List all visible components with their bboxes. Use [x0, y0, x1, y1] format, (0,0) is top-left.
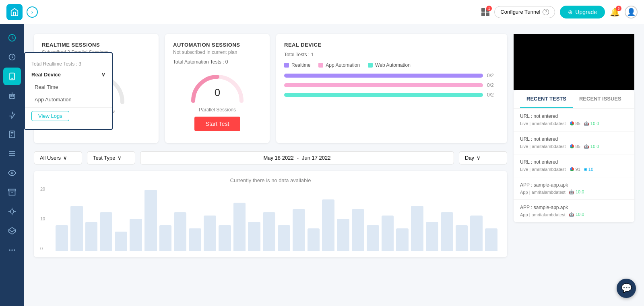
- users-filter[interactable]: All Users ∨: [34, 151, 82, 164]
- recent-item-url: URL : not entered: [520, 113, 628, 119]
- recent-item: APP : sample-app.apk App | amritalambdat…: [514, 200, 634, 222]
- date-separator: -: [297, 155, 299, 161]
- dropdown-title[interactable]: Real Device ∨: [25, 70, 112, 81]
- svg-point-23: [9, 249, 10, 251]
- automation-parallel-label: Parallel Sessions: [173, 107, 262, 113]
- svg-point-6: [12, 96, 14, 97]
- recent-item-url: URL : not entered: [520, 136, 628, 142]
- upgrade-label: Upgrade: [575, 9, 597, 15]
- realdevice-title: REAL DEVICE: [284, 42, 499, 48]
- recent-section: RECENT TESTS RECENT ISSUES URL : not ent…: [514, 90, 634, 222]
- chart-bar: [456, 225, 468, 251]
- svg-rect-4: [9, 94, 14, 99]
- chart-bar: [189, 228, 201, 251]
- sidebar-item-bug[interactable]: [3, 203, 21, 220]
- upgrade-button[interactable]: ⊕ Upgrade: [560, 6, 605, 18]
- main-content: REALTIME SESSIONS Subscribed 2 Parallel …: [24, 24, 644, 306]
- chart-bar: [470, 216, 483, 251]
- recent-item: URL : not entered Live | amritalambdates…: [514, 131, 634, 154]
- users-chevron-icon: ∨: [63, 155, 67, 161]
- tab-recent-issues[interactable]: RECENT ISSUES: [573, 90, 628, 108]
- date-to: Jun 17 2022: [302, 155, 331, 161]
- upgrade-icon: ⊕: [568, 9, 573, 15]
- automation-gauge-chart: 0: [189, 69, 246, 103]
- svg-point-25: [14, 249, 15, 251]
- help-icon: ?: [543, 9, 549, 15]
- expand-arrow[interactable]: ›: [27, 6, 38, 18]
- progress-realtime: 0/2: [284, 73, 499, 78]
- chart-bar: [100, 212, 112, 251]
- chart-bar: [367, 225, 379, 251]
- recent-item-url: URL : not entered: [520, 159, 628, 165]
- sidebar: [0, 24, 24, 306]
- sidebar-item-device[interactable]: [3, 68, 21, 85]
- sidebar-item-more[interactable]: [3, 241, 21, 259]
- sidebar-item-clock[interactable]: [3, 48, 21, 66]
- grid-apps-icon[interactable]: 1: [481, 8, 489, 16]
- chart-bar: [441, 212, 453, 251]
- logo[interactable]: [6, 4, 23, 20]
- svg-text:0: 0: [215, 86, 220, 99]
- date-range-filter[interactable]: May 18 2022 - Jun 17 2022: [140, 151, 454, 164]
- configure-tunnel-button[interactable]: Configure Tunnel ?: [494, 6, 555, 18]
- right-panel: RECENT TESTS RECENT ISSUES URL : not ent…: [514, 34, 634, 257]
- recent-items-list: URL : not entered Live | amritalambdates…: [514, 109, 634, 222]
- chart-bar: [144, 190, 157, 251]
- chart-bar: [293, 209, 305, 251]
- sidebar-item-lightning[interactable]: [3, 106, 21, 124]
- recent-item-meta: Live | amritalambdatest 91 ⊞ 10: [520, 166, 628, 172]
- chart-bar: [411, 206, 423, 251]
- svg-marker-22: [9, 228, 16, 234]
- progress-appautomation: 0/2: [284, 82, 499, 88]
- chart-bar: [263, 212, 275, 251]
- recent-item: APP : sample-app.apk App | amritalambdat…: [514, 177, 634, 200]
- automation-subtitle: Not subscribed in current plan: [173, 49, 262, 55]
- recent-tabs: RECENT TESTS RECENT ISSUES: [514, 90, 634, 109]
- recent-item-meta: App | amritalambdatest 🤖 10.0: [520, 189, 628, 195]
- no-data-label: Currently there is no data available: [40, 177, 501, 183]
- automation-title: AUTOMATION SESSIONS: [173, 42, 262, 48]
- chart-bar: [159, 225, 172, 251]
- sidebar-item-box[interactable]: [3, 183, 21, 201]
- recent-item-url: APP : sample-app.apk: [520, 182, 628, 188]
- view-logs-button[interactable]: View Logs: [31, 111, 69, 121]
- svg-point-17: [10, 210, 14, 213]
- recent-item-type: Live | amritalambdatest: [520, 144, 566, 149]
- realdevice-dropdown: Total Realtime Tests : 3 Real Device ∨ R…: [24, 52, 113, 130]
- chart-bars: [52, 187, 501, 251]
- analytics-chart: Currently there is no data available 20 …: [34, 171, 507, 257]
- chart-bar: [396, 228, 409, 251]
- dropdown-item-appautomation[interactable]: App Automation: [25, 93, 112, 106]
- notification-bell[interactable]: 🔔 6: [610, 7, 620, 17]
- sidebar-item-eye[interactable]: [3, 164, 21, 182]
- dropdown-total-label: Total Realtime Tests : 3: [25, 58, 112, 70]
- svg-point-3: [12, 78, 12, 79]
- svg-point-5: [10, 96, 12, 97]
- recent-item-url: APP : sample-app.apk: [520, 205, 628, 210]
- chart-bar: [85, 222, 98, 251]
- tab-recent-tests[interactable]: RECENT TESTS: [520, 90, 573, 108]
- sidebar-item-layers[interactable]: [3, 222, 21, 240]
- user-avatar[interactable]: 👤: [625, 6, 638, 18]
- svg-point-24: [11, 249, 12, 251]
- realdevice-total: Total Tests : 1: [284, 52, 499, 58]
- testtype-filter[interactable]: Test Type ∨: [87, 151, 135, 164]
- legend-realtime: Realtime: [284, 62, 310, 68]
- configure-tunnel-label: Configure Tunnel: [500, 9, 540, 15]
- chat-bubble[interactable]: 💬: [617, 279, 636, 298]
- recent-item-type: Live | amritalambdatest: [520, 121, 566, 126]
- testtype-chevron-icon: ∨: [118, 155, 122, 161]
- date-from: May 18 2022: [263, 155, 293, 161]
- dropdown-item-realtime[interactable]: Real Time: [25, 81, 112, 93]
- sidebar-item-robot[interactable]: [3, 87, 21, 105]
- chart-bar: [233, 203, 246, 251]
- notif-badge: 6: [616, 6, 621, 11]
- recent-item-meta: Live | amritalambdatest 85 🤖 10.0: [520, 121, 628, 126]
- sidebar-item-list[interactable]: [3, 145, 21, 162]
- realdevice-card: REAL DEVICE Total Tests : 1 Realtime App…: [276, 34, 507, 143]
- sidebar-item-dashboard[interactable]: [3, 29, 21, 47]
- granularity-filter[interactable]: Day ∨: [459, 151, 507, 164]
- sidebar-item-docs[interactable]: [3, 125, 21, 143]
- start-test-button[interactable]: Start Test: [194, 117, 241, 131]
- chart-bar: [352, 209, 364, 251]
